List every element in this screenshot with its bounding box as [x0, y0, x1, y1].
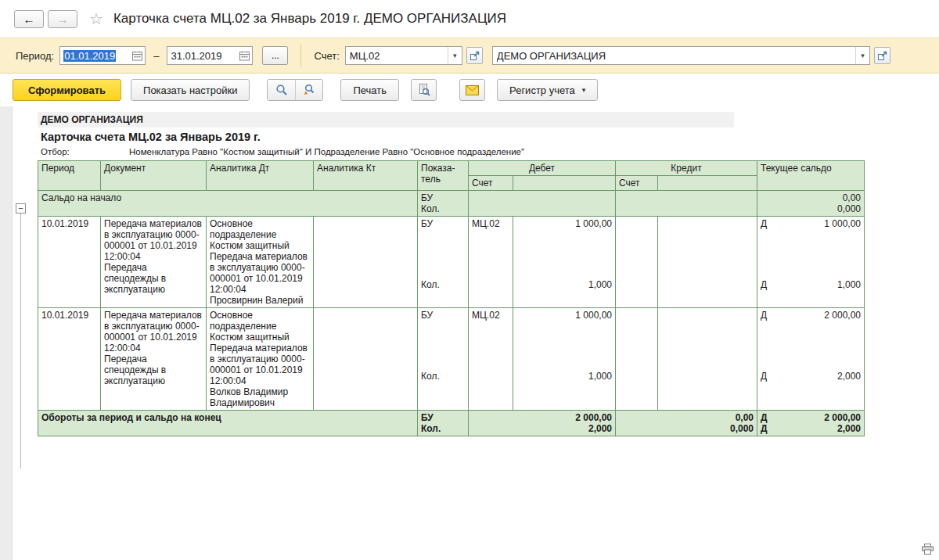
chevron-down-icon[interactable]: ▾ — [448, 47, 462, 64]
cell-totals-debit[interactable]: 2 000,00 2,000 — [469, 411, 616, 436]
cell-opening-indicator[interactable]: БУ Кол. — [418, 191, 469, 217]
print-button[interactable]: Печать — [340, 79, 399, 101]
cell-analytics-kt[interactable] — [314, 308, 418, 411]
search-icon — [275, 84, 288, 96]
forward-arrow-icon: → — [57, 13, 69, 26]
search-button[interactable] — [268, 80, 295, 100]
cell-document[interactable]: Передача материалов в эксплуатацию 0000-… — [101, 217, 207, 308]
cell-totals-indicator[interactable]: БУ Кол. — [418, 411, 469, 436]
cell-opening-label[interactable]: Сальдо на начало — [38, 191, 418, 217]
period-to-field[interactable]: 31.01.2019 — [167, 46, 253, 65]
selection-label: Отбор: — [41, 147, 129, 156]
col-header-document: Документ — [101, 161, 207, 191]
filter-separator — [300, 44, 301, 67]
cell-debit-account[interactable]: МЦ.02 — [469, 217, 513, 308]
cell-debit-account[interactable]: МЦ.02 — [469, 308, 513, 411]
email-button[interactable] — [459, 79, 485, 101]
cell-period[interactable]: 10.01.2019 — [38, 308, 101, 411]
collapse-group-button[interactable]: − — [16, 203, 26, 214]
printer-icon[interactable] — [922, 544, 934, 558]
col-header-debit: Дебет — [469, 161, 616, 176]
period-from-value: 01.01.2019 — [63, 50, 116, 62]
col-header-debit-amount — [513, 176, 616, 191]
col-header-balance: Текущее сальдо — [757, 161, 865, 191]
account-label: Счет: — [314, 50, 339, 62]
col-header-period: Период — [38, 161, 101, 191]
page-title: Карточка счета МЦ.02 за Январь 2019 г. Д… — [113, 11, 506, 27]
cell-credit-amount[interactable] — [658, 217, 757, 308]
report-toolbar: Сформировать Показать настройки Печать Р… — [0, 74, 939, 106]
left-margin-strip — [0, 106, 13, 560]
group-bracket-line — [20, 214, 21, 468]
cell-indicator[interactable]: БУ Кол. — [418, 217, 469, 308]
totals-row: Обороты за период и сальдо на конец БУ К… — [38, 411, 865, 436]
report-table: Период Документ Аналитика Дт Аналитика К… — [38, 160, 865, 436]
header-row-1: Период Документ Аналитика Дт Аналитика К… — [38, 161, 865, 176]
search-next-button[interactable] — [295, 80, 322, 100]
col-header-credit: Кредит — [616, 161, 757, 176]
cell-analytics-dt[interactable]: Основное подразделение Костюм защитный П… — [207, 217, 314, 308]
register-menu-label: Регистр учета — [509, 84, 575, 96]
col-header-analytics-dt: Аналитика Дт — [207, 161, 314, 191]
account-combo[interactable]: МЦ.02 ▾ — [345, 46, 462, 65]
col-header-indicator: Показа- тель — [418, 161, 469, 191]
cell-totals-label[interactable]: Обороты за период и сальдо на конец — [38, 411, 418, 436]
table-row: 10.01.2019 Передача материалов в эксплуа… — [38, 217, 865, 308]
cell-analytics-dt[interactable]: Основное подразделение Костюм защитный П… — [207, 308, 314, 411]
generate-button[interactable]: Сформировать — [13, 79, 121, 101]
chevron-down-icon: ▾ — [582, 86, 586, 94]
report-area: − ДЕМО ОРГАНИЗАЦИЯ Карточка счета МЦ.02 … — [0, 106, 939, 560]
cell-document[interactable]: Передача материалов в эксплуатацию 0000-… — [101, 308, 207, 411]
print-preview-icon — [418, 84, 430, 96]
cell-credit-account[interactable] — [616, 308, 658, 411]
period-to-value: 31.01.2019 — [171, 50, 221, 62]
cell-totals-balance[interactable]: Д2 000,00 Д2,000 — [757, 411, 865, 436]
period-range-dash: – — [153, 50, 159, 62]
cell-debit-amount[interactable]: 1 000,00 1,000 — [513, 217, 616, 308]
cell-debit-amount[interactable]: 1 000,00 1,000 — [513, 308, 616, 411]
cell-credit-account[interactable] — [616, 217, 658, 308]
cell-credit-amount[interactable] — [658, 308, 757, 411]
cell-opening-credit[interactable] — [616, 191, 757, 217]
search-next-icon — [303, 84, 315, 96]
print-preview-button[interactable] — [411, 79, 437, 101]
app-window: ← → ☆ Карточка счета МЦ.02 за Январь 201… — [0, 0, 939, 560]
account-open-button[interactable] — [466, 47, 483, 64]
period-more-button[interactable]: ... — [262, 46, 288, 65]
opening-balance-row: Сальдо на начало БУ Кол. 0,00 0,000 — [38, 191, 865, 217]
col-header-credit-account: Счет — [616, 176, 658, 191]
cell-period[interactable]: 10.01.2019 — [38, 217, 101, 308]
open-icon — [877, 51, 887, 61]
organization-combo[interactable]: ДЕМО ОРГАНИЗАЦИЯ ▾ — [492, 46, 870, 65]
account-value: МЦ.02 — [350, 50, 380, 62]
open-icon — [470, 51, 480, 61]
col-header-credit-amount — [658, 176, 757, 191]
register-menu-button[interactable]: Регистр учета ▾ — [497, 79, 598, 101]
report-document: ДЕМО ОРГАНИЗАЦИЯ Карточка счета МЦ.02 за… — [38, 112, 865, 436]
cell-opening-debit[interactable] — [469, 191, 616, 217]
calendar-icon[interactable] — [130, 47, 145, 64]
period-label: Период: — [16, 50, 54, 62]
report-selection-row: Отбор: Номенклатура Равно "Костюм защитн… — [38, 145, 865, 160]
chevron-down-icon[interactable]: ▾ — [855, 47, 869, 64]
organization-open-button[interactable] — [874, 47, 890, 64]
show-settings-button[interactable]: Показать настройки — [131, 79, 250, 101]
back-button[interactable]: ← — [14, 10, 44, 28]
forward-button[interactable]: → — [48, 10, 77, 28]
cell-balance[interactable]: Д2 000,00 Д2,000 — [757, 308, 865, 411]
selection-text: Номенклатура Равно "Костюм защитный" И П… — [129, 147, 524, 156]
col-header-debit-account: Счет — [469, 176, 513, 191]
table-row: 10.01.2019 Передача материалов в эксплуа… — [38, 308, 865, 411]
cell-totals-credit[interactable]: 0,00 0,000 — [616, 411, 757, 436]
report-org-header[interactable]: ДЕМО ОРГАНИЗАЦИЯ — [38, 112, 734, 127]
calendar-icon[interactable] — [237, 47, 252, 64]
titlebar: ← → ☆ Карточка счета МЦ.02 за Январь 201… — [0, 0, 939, 38]
report-title: Карточка счета МЦ.02 за Январь 2019 г. — [38, 127, 865, 145]
cell-opening-balance[interactable]: 0,00 0,000 — [757, 191, 865, 217]
favorite-star-icon[interactable]: ☆ — [89, 11, 103, 27]
cell-analytics-kt[interactable] — [314, 217, 418, 308]
period-from-field[interactable]: 01.01.2019 — [59, 46, 146, 65]
cell-indicator[interactable]: БУ Кол. — [418, 308, 469, 411]
cell-balance[interactable]: Д1 000,00 Д1,000 — [757, 217, 865, 308]
col-header-analytics-kt: Аналитика Кт — [314, 161, 418, 191]
